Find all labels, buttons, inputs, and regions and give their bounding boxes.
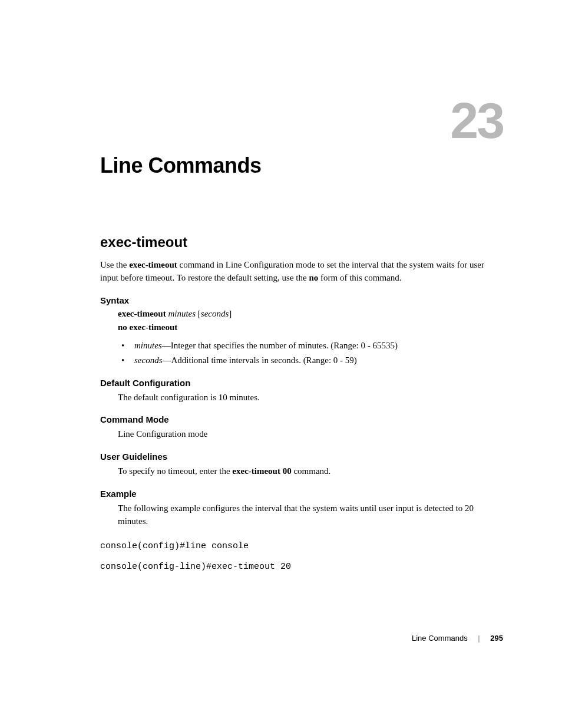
command-mode-heading: Command Mode: [100, 414, 503, 424]
bullet-term: minutes: [134, 341, 162, 350]
example-heading: Example: [100, 489, 503, 499]
command-mode-section: Command Mode Line Configuration mode: [100, 414, 503, 441]
syntax-bracket-close: ]: [229, 309, 232, 318]
syntax-arg-2: seconds: [201, 309, 229, 318]
footer-section-name: Line Commands: [412, 634, 468, 643]
bullet-desc: —Integer that specifies the number of mi…: [162, 341, 398, 350]
section-title: exec-timeout: [100, 234, 503, 251]
guidelines-text-1: To specify no timeout, enter the: [118, 466, 232, 476]
intro-text-3: form of this command.: [318, 273, 401, 282]
footer-page-number: 295: [490, 634, 503, 643]
bullet-desc: —Additional time intervals in seconds. (…: [163, 355, 357, 365]
code-line-2: console(config-line)#exec-timeout 20: [100, 559, 503, 576]
example-section: Example The following example configures…: [100, 489, 503, 576]
chapter-number: 23: [450, 91, 503, 150]
user-guidelines-heading: User Guidelines: [100, 452, 503, 462]
intro-cmd-1: exec-timeout: [129, 260, 177, 269]
footer-separator: |: [478, 634, 480, 643]
syntax-bracket-open: [: [196, 309, 201, 318]
default-config-text: The default configuration is 10 minutes.: [118, 391, 503, 404]
syntax-heading: Syntax: [100, 295, 503, 305]
code-line-1: console(config)#line console: [100, 538, 503, 555]
user-guidelines-text: To specify no timeout, enter the exec-ti…: [118, 465, 503, 478]
page-footer: Line Commands | 295: [412, 634, 503, 643]
syntax-bullets: minutes—Integer that specifies the numbe…: [118, 338, 503, 368]
intro-text-1: Use the: [100, 260, 129, 269]
example-text: The following example configures the int…: [118, 502, 503, 528]
default-config-heading: Default Configuration: [100, 378, 503, 388]
bullet-term: seconds: [134, 355, 163, 365]
intro-cmd-2: no: [309, 273, 318, 282]
syntax-line-1: exec-timeout minutes [seconds]: [118, 309, 503, 319]
section-intro: Use the exec-timeout command in Line Con…: [100, 259, 503, 285]
list-item: seconds—Additional time intervals in sec…: [118, 353, 503, 368]
chapter-title: Line Commands: [100, 153, 503, 178]
list-item: minutes—Integer that specifies the numbe…: [118, 338, 503, 354]
command-mode-text: Line Configuration mode: [118, 428, 503, 441]
guidelines-cmd: exec-timeout 00: [232, 466, 291, 476]
guidelines-text-2: command.: [292, 466, 331, 476]
syntax-arg-1: minutes: [168, 309, 196, 318]
default-config-section: Default Configuration The default config…: [100, 378, 503, 404]
page-container: 23 Line Commands exec-timeout Use the ex…: [0, 0, 562, 728]
syntax-section: Syntax exec-timeout minutes [seconds] no…: [100, 295, 503, 368]
syntax-cmd: exec-timeout: [118, 309, 166, 318]
syntax-line-2: no exec-timeout: [118, 322, 503, 332]
user-guidelines-section: User Guidelines To specify no timeout, e…: [100, 452, 503, 478]
